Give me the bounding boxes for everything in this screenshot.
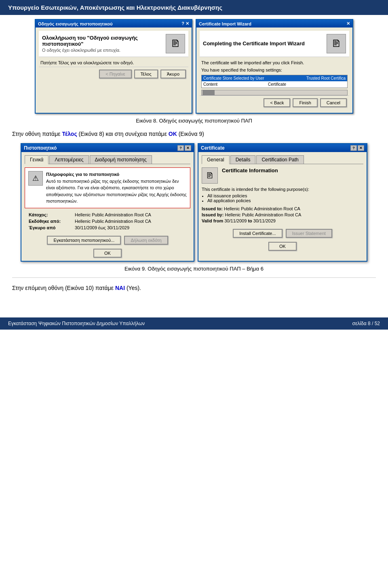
horizontal-scrollbar[interactable] <box>201 90 348 95</box>
footer-highlight-nai: ΝΑΙ <box>115 285 125 291</box>
footer-left: Εγκατάσταση Ψηφιακών Πιστοποιητικών Δημο… <box>8 321 145 326</box>
field-value-katochos: Hellenic Public Administration Root CA <box>75 212 151 217</box>
cancel-button[interactable]: Άκυρο <box>160 70 186 78</box>
dialog-english-title: Certificate <box>201 145 225 151</box>
wizard-left-header-sub: Ο οδηγός έχει ολοκληρωθεί με επιτυχία. <box>42 48 166 53</box>
help-icon[interactable]: ? <box>181 21 184 26</box>
dialog-greek-tabs: Γενικά Λεπτομέρειες Διαδρομή πιστοποίηση… <box>25 155 190 164</box>
ok-button-english[interactable]: OK <box>268 242 297 251</box>
wizard-left-cert-icon: 🖹 <box>166 34 185 53</box>
dialog-english-tabs: General Details Certification Path <box>202 155 363 164</box>
close-icon[interactable]: ✕ <box>186 21 189 26</box>
field-issued-to: Issued to: Hellenic Public Administratio… <box>202 206 363 211</box>
cert-info-row: 🖹 Certificate Information <box>202 167 363 184</box>
wizard-right-body: Completing the Certificate Import Wizard… <box>196 27 352 113</box>
purpose-item-2: All application policies <box>207 198 363 203</box>
wizard-left-header: Ολοκλήρωση του "Οδηγού εισαγωγής πιστοπο… <box>39 31 188 57</box>
caption-top: Εικόνα 8. Οδηγός εισαγωγής πιστοποιητικο… <box>12 118 376 124</box>
purpose-text: This certificate is intended for the fol… <box>202 187 363 192</box>
finish-button[interactable]: Finish <box>293 98 317 107</box>
field-value-issuedto: Hellenic Public Administration Root CA <box>224 206 300 211</box>
install-cert-button-english[interactable]: Install Certificate... <box>233 229 282 238</box>
dialog-english-title-icons: ? ✕ <box>350 145 364 151</box>
wizard-right-settings-label: You have specified the following setting… <box>201 68 348 72</box>
page-header: Υπουργείο Εσωτερικών, Αποκέντρωσης και Η… <box>0 0 388 15</box>
field-label-to: to <box>248 218 253 223</box>
wizard-left-title: Οδηγός εισαγωγής πιστοποιητικού <box>38 21 113 26</box>
wizard-left-content: Πατήστε Τέλος για να ολοκληρώσετε τον οδ… <box>39 60 188 65</box>
settings-col2-header: Trusted Root Certifica <box>306 76 346 80</box>
wizard-left-body-line1: Πατήστε Τέλος για να ολοκληρώσετε τον οδ… <box>40 60 187 65</box>
wizard-right-title: Certificate Import Wizard <box>199 21 251 26</box>
purpose-item-1: All issuance policies <box>207 193 363 198</box>
field-label-egkyro: Έγκυρο από <box>29 225 73 230</box>
wizard-right-buttons: < Back Finish Cancel <box>200 95 349 110</box>
back-button[interactable]: < Πηγαίνε <box>99 70 131 78</box>
dialog-english-buttons: Install Certificate... Issuer Statement <box>202 227 363 239</box>
cancel-button[interactable]: Cancel <box>320 98 347 107</box>
field-label-katochos: Κάτοχος: <box>29 212 73 217</box>
field-value-validend: 30/11/2029 <box>253 218 276 223</box>
finish-button[interactable]: Τέλος <box>134 70 158 78</box>
footer-text-1: Στην επόμενη οθόνη (Εικόνα 10) πατάμε <box>12 285 115 291</box>
dialog-greek-title: Πιστοποιητικό <box>24 145 57 151</box>
tab-general-english[interactable]: General <box>202 155 230 164</box>
info-title-greek: Πληροφορίες για το πιστοποιητικό <box>46 172 119 177</box>
close-icon[interactable]: ✕ <box>185 145 191 151</box>
wizard-right-title-icons: ✕ <box>346 21 350 26</box>
help-icon[interactable]: ? <box>177 145 184 151</box>
tab-certpath-greek[interactable]: Διαδρομή πιστοποίησης <box>90 155 152 164</box>
field-label-validfrom: Valid from <box>202 218 224 223</box>
header-title: Υπουργείο Εσωτερικών, Αποκέντρωσης και Η… <box>8 4 222 11</box>
field-label-ekdothike: Εκδόθηκε από: <box>29 219 73 224</box>
wizard-right-header-title: Completing the Certificate Import Wizard <box>203 40 327 47</box>
field-value-egkyro: 30/11/2009 έως 30/11/2029 <box>75 225 129 230</box>
field-label-issuedto: Issued to: <box>202 206 224 211</box>
close-icon[interactable]: ✕ <box>346 21 350 26</box>
settings-row1-col1: Content <box>203 82 268 87</box>
footer-right: σελίδα 8 / 52 <box>352 321 380 326</box>
issuer-statement-button-greek[interactable]: Δήλωση εκδότη <box>124 236 168 245</box>
field-value-validfrom: 30/11/2009 <box>224 218 248 223</box>
issuer-statement-button-english[interactable]: Issuer Statement <box>286 229 332 238</box>
close-icon[interactable]: ✕ <box>358 145 364 151</box>
main-content: Οδηγός εισαγωγής πιστοποιητικού ? ✕ Ολοκ… <box>0 15 388 305</box>
dialog-greek-buttons: Εγκατάσταση πιστοποιητικού... Δήλωση εκδ… <box>25 234 190 246</box>
dialog-english-body: General Details Certification Path 🖹 Cer… <box>198 152 367 254</box>
install-cert-button-greek[interactable]: Εγκατάσταση πιστοποιητικού... <box>47 236 121 245</box>
settings-row1-col2: Certificate <box>268 82 346 87</box>
wizard-left-titles: Ολοκλήρωση του "Οδηγού εισαγωγής πιστοπο… <box>42 35 166 53</box>
page-footer: Εγκατάσταση Ψηφιακών Πιστοποιητικών Δημο… <box>0 317 388 330</box>
tab-details-english[interactable]: Details <box>230 155 256 164</box>
settings-row-1: Content Certificate <box>202 81 347 88</box>
tab-certpath-english[interactable]: Certification Path <box>256 155 304 164</box>
field-egkyro: Έγκυρο από 30/11/2009 έως 30/11/2029 <box>29 225 190 230</box>
intro-text-3: (Εικόνα 9) <box>177 131 204 137</box>
info-body-greek: Αυτό το πιστοποιητικό ρίζας της αρχής έκ… <box>46 179 187 204</box>
dialog-english: Certificate ? ✕ General Details Certific… <box>198 143 367 262</box>
cert-info-title: Certificate Information <box>222 167 278 173</box>
back-button[interactable]: < Back <box>264 98 290 107</box>
help-icon[interactable]: ? <box>350 145 357 151</box>
tab-general-greek[interactable]: Γενικά <box>25 155 48 164</box>
wizard-left-header-title: Ολοκλήρωση του "Οδηγού εισαγωγής πιστοπο… <box>42 35 166 47</box>
wizard-left-titlebar: Οδηγός εισαγωγής πιστοποιητικού ? ✕ <box>36 20 192 27</box>
wizard-left-buttons: < Πηγαίνε Τέλος Άκυρο <box>39 67 188 81</box>
field-label-issuedby: Issued by: <box>202 212 225 217</box>
tab-details-greek[interactable]: Λεπτομέρειες <box>49 155 89 164</box>
ok-button-greek[interactable]: OK <box>93 249 122 258</box>
certificate-dialogs: Πιστοποιητικό ? ✕ Γενικά Λεπτομέρειες Δι… <box>12 143 376 262</box>
warning-icon: ⚠ <box>28 171 43 186</box>
wizard-right-titlebar: Certificate Import Wizard ✕ <box>196 20 352 27</box>
wizard-right-cert-icon: 🖹 <box>327 34 346 53</box>
intro-highlight-ok: ΟΚ <box>169 131 177 137</box>
field-value-ekdothike: Hellenic Public Administration Root CA <box>75 219 151 224</box>
wizard-right-body-text: The certificate will be imported after y… <box>201 60 348 65</box>
wizard-right-content: The certificate will be imported after y… <box>200 60 349 95</box>
separator <box>12 277 376 278</box>
dialog-greek-title-icons: ? ✕ <box>177 145 191 151</box>
wizard-right-dialog: Certificate Import Wizard ✕ Completing t… <box>196 19 353 114</box>
wizard-left-dialog: Οδηγός εισαγωγής πιστοποιητικού ? ✕ Ολοκ… <box>35 19 192 114</box>
wizard-right-header: Completing the Certificate Import Wizard… <box>200 31 349 57</box>
footer-text-2: (Yes). <box>125 285 141 291</box>
